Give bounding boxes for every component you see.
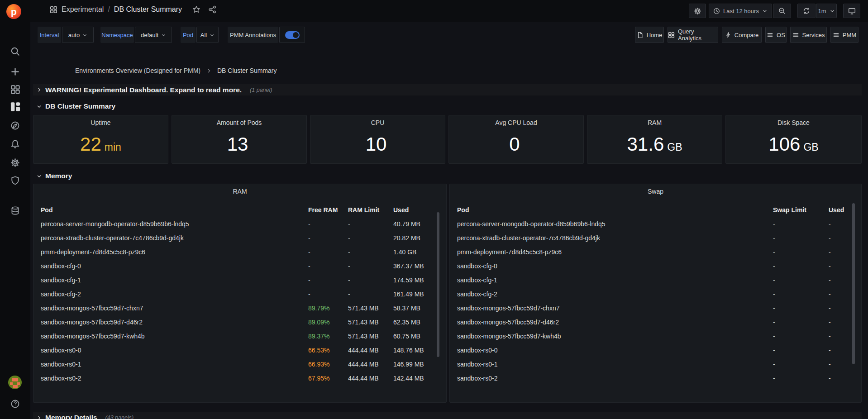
dashboards-grid-icon[interactable] [0, 81, 30, 98]
compare-link-button[interactable]: Compare [722, 27, 762, 43]
table-cell-limit: - [348, 220, 393, 228]
namespace-variable-select[interactable]: default [135, 27, 172, 43]
table-cell-limit: - [773, 319, 829, 326]
row-memory[interactable]: Memory [33, 170, 862, 182]
query-analytics-link-button[interactable]: Query Analytics [668, 27, 718, 43]
stat-value: 0 [509, 135, 523, 154]
home-link-button[interactable]: Home [635, 27, 664, 43]
table-row: sandbox-rs0-2-- [450, 371, 861, 385]
table-cell-limit: 571.43 MB [348, 333, 393, 340]
table-cell-pod: sandbox-mongos-57fbcc59d7-d46r2 [41, 319, 308, 326]
table-cell-pod: pmm-deployment-7d8d45c5c8-pz9c6 [457, 248, 773, 256]
table-cell-pod: sandbox-mongos-57fbcc59d7-d46r2 [457, 319, 773, 326]
column-header[interactable]: Used [829, 206, 849, 214]
table-row: sandbox-rs0-066.53%444.44 MB148.76 MB [33, 343, 446, 357]
nav-folder-name[interactable]: Experimental [62, 5, 104, 14]
stat-panel[interactable]: CPU 10 [310, 115, 445, 164]
table-row: sandbox-cfg-1-- [450, 273, 861, 287]
chevron-right-icon [206, 68, 212, 74]
create-plus-icon[interactable] [0, 63, 30, 80]
row-warning-experimental[interactable]: WARNING! Experimental Dashboard. Expand … [33, 84, 862, 95]
table-cell-pod: sandbox-cfg-0 [457, 262, 773, 270]
table-row: sandbox-rs0-166.93%444.44 MB146.99 MB [33, 357, 446, 371]
column-header[interactable]: Swap Limit [773, 206, 829, 214]
stat-panel[interactable]: Amount of Pods 13 [172, 115, 307, 164]
table-cell-pod: sandbox-mongos-57fbcc59d7-chxn7 [41, 305, 308, 312]
stat-panel[interactable]: Avg CPU Load 0 [448, 115, 584, 164]
ram-table-rows: percona-server-mongodb-operator-d859b69b… [33, 217, 446, 385]
table-cell-limit: - [348, 290, 393, 298]
stat-title: RAM [587, 119, 722, 126]
column-header[interactable]: Pod [457, 206, 773, 214]
ram-table-scrollbar[interactable] [437, 212, 439, 357]
table-row: sandbox-cfg-2-- [450, 287, 861, 301]
zoom-out-button[interactable] [773, 4, 791, 18]
stat-panel[interactable]: RAM 31.6GB [587, 115, 722, 164]
nav-dashboard-name[interactable]: DB Cluster Summary [114, 5, 182, 14]
stat-title: Uptime [33, 119, 168, 126]
swap-table-scrollbar[interactable] [852, 203, 855, 364]
search-icon[interactable] [0, 43, 30, 59]
database-icon[interactable] [0, 202, 30, 219]
apps-grid-icon [668, 32, 675, 38]
table-row: percona-xtradb-cluster-operator-7c4786cb… [450, 231, 861, 245]
column-header[interactable]: Pod [41, 206, 308, 214]
row-memory-details[interactable]: Memory Details (43 panels) [33, 412, 862, 419]
row-warning-title: WARNING! Experimental Dashboard. Expand … [45, 86, 242, 94]
interval-variable-select[interactable]: auto [62, 27, 94, 43]
row-db-cluster-summary[interactable]: DB Cluster Summary [33, 100, 862, 112]
table-cell-free: - [308, 248, 348, 256]
swap-table-rows: percona-server-mongodb-operator-d859b69b… [450, 217, 861, 385]
table-cell-pod: sandbox-cfg-1 [457, 276, 773, 284]
time-range-label: Last 12 hours [723, 8, 759, 14]
configuration-gear-icon[interactable] [0, 154, 30, 171]
table-cell-free: 89.37% [308, 333, 348, 340]
table-cell-limit: - [348, 248, 393, 256]
percona-logo[interactable]: p [6, 4, 21, 19]
table-cell-used: 174.59 MB [393, 276, 434, 284]
apps-grid-icon [50, 6, 57, 14]
share-icon[interactable] [208, 5, 216, 14]
query-analytics-link-label: Query Analytics [678, 28, 718, 42]
chevron-down-icon [37, 104, 42, 109]
compare-link-label: Compare [734, 32, 758, 38]
document-icon [637, 32, 644, 38]
bolt-icon [725, 32, 731, 38]
nav-separator: / [108, 5, 110, 14]
time-range-picker[interactable]: Last 12 hours [709, 4, 772, 18]
user-avatar[interactable] [8, 376, 22, 389]
explore-compass-icon[interactable] [0, 117, 30, 133]
pod-variable-value: All [200, 32, 207, 38]
table-cell-used: 40.79 MB [393, 220, 434, 228]
dashboard-settings-button[interactable] [689, 4, 706, 18]
menu-lines-icon [767, 32, 773, 38]
table-cell-used: - [829, 262, 849, 270]
services-link-button[interactable]: Services [790, 27, 827, 43]
pod-variable-select[interactable]: All [196, 27, 219, 43]
table-cell-pod: sandbox-mongos-57fbcc59d7-kwh4b [41, 333, 308, 340]
stat-panel[interactable]: Disk Space 106GB [725, 115, 862, 164]
table-cell-free: - [308, 234, 348, 242]
table-cell-pod: sandbox-cfg-0 [41, 262, 308, 270]
pmm-dashboards-icon[interactable] [0, 99, 30, 115]
os-link-button[interactable]: OS [765, 27, 787, 43]
pmm-annotations-toggle[interactable] [279, 27, 305, 43]
refresh-interval-picker[interactable]: 1m [816, 4, 837, 18]
column-header[interactable]: Used [393, 206, 434, 214]
table-cell-limit: - [773, 375, 829, 382]
table-cell-limit: - [348, 234, 393, 242]
namespace-variable-value: default [141, 32, 158, 38]
tv-kiosk-button[interactable] [843, 4, 860, 18]
alerting-bell-icon[interactable] [0, 136, 30, 152]
table-row: sandbox-mongos-57fbcc59d7-chxn7-- [450, 301, 861, 315]
pmm-link-button[interactable]: PMM [830, 27, 858, 43]
column-header[interactable]: Free RAM [308, 206, 348, 214]
table-row: sandbox-mongos-57fbcc59d7-d46r289.09%571… [33, 315, 446, 329]
breadcrumb-parent-link[interactable]: Environments Overview (Designed for PMM) [75, 67, 200, 74]
help-icon[interactable] [0, 395, 30, 412]
stat-panel[interactable]: Uptime 22min [33, 115, 168, 164]
column-header[interactable]: RAM Limit [348, 206, 393, 214]
server-admin-shield-icon[interactable] [0, 172, 30, 188]
refresh-button[interactable] [797, 4, 816, 18]
star-icon[interactable] [192, 5, 200, 14]
